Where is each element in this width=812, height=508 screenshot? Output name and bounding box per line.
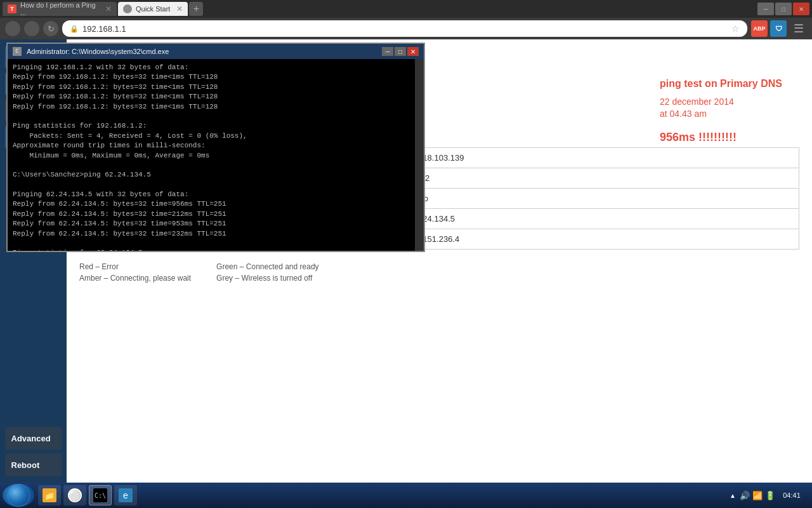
cmd-title-text: Administrator: C:\Windows\system32\cmd.e… <box>27 48 377 55</box>
legend-green: Green – Connected and ready <box>216 262 318 271</box>
secondary-dns-value: 78.151.236.4 <box>403 229 799 250</box>
cmd-line: Reply from 192.168.1.2: bytes=32 time<1m… <box>13 72 419 82</box>
reload-button[interactable]: ↻ <box>43 21 58 36</box>
taskbar-right: ▲ 🔊 📶 🔋 04:41 <box>730 491 809 500</box>
tab-2[interactable]: Quick Start ✕ <box>118 2 188 16</box>
minimize-button[interactable]: ─ <box>757 3 774 15</box>
maximize-button[interactable]: □ <box>775 3 792 15</box>
cmd-line: Ping statistics for 192.168.1.2: <box>13 121 419 131</box>
battery-tray-icon: 🔋 <box>765 491 775 500</box>
window-controls: ─ □ ✕ <box>757 3 809 15</box>
cmd-line: C:\Users\Sanchez>ping 62.24.134.5 <box>13 170 419 180</box>
tab1-close[interactable]: ✕ <box>105 4 112 13</box>
bookmark-star-icon[interactable]: ☆ <box>731 23 740 34</box>
sidebar-reboot-label: Reboot <box>11 460 40 470</box>
add-tab-button[interactable]: + <box>189 2 203 16</box>
cmd-scrollbar[interactable] <box>415 59 424 251</box>
annotation-date: 22 december 2014 at 04.43 am <box>660 96 799 121</box>
annotation-title: ping test on Primary DNS <box>660 77 799 91</box>
mtu-value: 1432 <box>403 168 799 189</box>
taskbar-cmd[interactable]: C:\ <box>89 485 112 505</box>
cmd-line: Reply from 192.168.1.2: bytes=32 time<1m… <box>13 83 419 92</box>
back-button[interactable]: ← <box>5 21 20 36</box>
abp-extension-button[interactable]: ABP <box>751 20 768 37</box>
cmd-line: Pinging 62.24.134.5 with 32 bytes of dat… <box>13 190 419 199</box>
volume-tray-icon: 📶 <box>752 491 763 500</box>
legend-col2: Green – Connected and ready Grey – Wirel… <box>216 262 318 283</box>
close-button[interactable]: ✕ <box>793 3 809 15</box>
cmd-line: Reply from 62.24.134.5: bytes=32 time=23… <box>13 229 419 239</box>
cmd-controls: ─ □ ✕ <box>382 47 419 56</box>
tab1-label: How do I perform a Ping ... <box>20 2 99 16</box>
legend-amber: Amber – Connecting, please wait <box>79 274 191 283</box>
taskbar: 📁 ⚪ C:\ e ▲ 🔊 📶 🔋 04:41 <box>0 483 812 508</box>
cmd-line: Reply from 62.24.134.5: bytes=32 time=95… <box>13 199 419 209</box>
cmd-line: Pinging 192.168.1.2 with 32 bytes of dat… <box>13 63 419 72</box>
sidebar-advanced-label: Advanced <box>11 434 51 443</box>
forward-button[interactable]: → <box>24 21 39 36</box>
tab2-favicon <box>123 4 132 13</box>
url-text: 192.168.1.1 <box>82 24 126 34</box>
cmd-line: Reply from 192.168.1.2: bytes=32 time<1m… <box>13 92 419 102</box>
annotation-ms: 956ms !!!!!!!!!! <box>660 131 799 144</box>
legend-grey: Grey – Wireless is turned off <box>216 274 318 283</box>
cmd-line: Reply from 192.168.1.2: bytes=32 time<1m… <box>13 102 419 112</box>
system-clock[interactable]: 04:41 <box>779 491 804 499</box>
legend-red: Red – Error <box>79 262 191 271</box>
browser-extensions: ABP 🛡 <box>751 20 787 37</box>
cmd-line <box>13 112 419 121</box>
annotation-date-line2: at 04.43 am <box>660 109 707 119</box>
legend: Red – Error Amber – Connecting, please w… <box>79 262 799 283</box>
cmd-maximize[interactable]: □ <box>395 47 406 56</box>
network-tray-icon: 🔊 <box>740 491 750 500</box>
main-area: Conn... Wire... Sum... Diag... Advanced … <box>0 39 812 483</box>
browser-menu-button[interactable]: ☰ <box>790 20 807 37</box>
ip-wan-value: 92.18.103.139 <box>403 148 799 168</box>
annotation-date-line1: 22 december 2014 <box>660 97 734 107</box>
cmd-minimize[interactable]: ─ <box>382 47 393 56</box>
taskbar-chrome[interactable]: ⚪ <box>63 485 86 505</box>
legend-col1: Red – Error Amber – Connecting, please w… <box>79 262 191 283</box>
cmd-line: Reply from 62.24.134.5: bytes=32 time=95… <box>13 219 419 229</box>
taskbar-folder[interactable]: 📁 <box>38 485 61 505</box>
start-orb-icon <box>7 484 30 507</box>
annotation-area: ping test on Primary DNS 22 december 201… <box>660 77 799 144</box>
taskbar-ie[interactable]: e <box>114 485 137 505</box>
ie-icon: e <box>119 488 133 502</box>
cmd-close[interactable]: ✕ <box>407 47 419 56</box>
cmd-taskbar-icon: C:\ <box>93 488 107 502</box>
cmd-line <box>13 161 419 170</box>
cmd-window[interactable]: C Administrator: C:\Windows\system32\cmd… <box>6 43 425 252</box>
tray-icons: 🔊 📶 🔋 <box>740 491 775 500</box>
cmd-icon: C <box>13 47 22 56</box>
tab-1[interactable]: T How do I perform a Ping ... ✕ <box>3 2 117 16</box>
cmd-body: Pinging 192.168.1.2 with 32 bytes of dat… <box>8 59 424 251</box>
chrome-icon: ⚪ <box>68 488 82 502</box>
cmd-line: Reply from 62.24.134.5: bytes=32 time=21… <box>13 210 419 219</box>
lock-icon: 🔒 <box>70 25 79 33</box>
cmd-line: Approximate round trip times in milli-se… <box>13 141 419 150</box>
shield-extension-button[interactable]: 🛡 <box>770 20 787 37</box>
tray-expand-button[interactable]: ▲ <box>730 492 736 499</box>
folder-icon: 📁 <box>43 488 56 502</box>
address-bar[interactable]: 🔒 192.168.1.1 ☆ <box>62 20 747 37</box>
tab2-label: Quick Start <box>136 5 170 13</box>
sidebar-item-reboot[interactable]: Reboot <box>5 453 62 476</box>
cmd-titlebar: C Administrator: C:\Windows\system32\cmd… <box>8 44 424 59</box>
cmd-line: Minimum = 0ms, Maximum = 0ms, Average = … <box>13 151 419 161</box>
title-bar: T How do I perform a Ping ... ✕ Quick St… <box>0 0 812 18</box>
browser-chrome: T How do I perform a Ping ... ✕ Quick St… <box>0 0 812 39</box>
cmd-line: Ping statistics for 62.24.134.5: <box>13 248 419 251</box>
primary-dns-value: 62.24.134.5 <box>403 209 799 229</box>
address-bar-row: ← → ↻ 🔒 192.168.1.1 ☆ ABP 🛡 ☰ <box>0 18 812 39</box>
cmd-line <box>13 239 419 248</box>
cmd-line <box>13 180 419 190</box>
start-button[interactable] <box>3 484 34 507</box>
cmd-line: Packets: Sent = 4, Received = 4, Lost = … <box>13 131 419 141</box>
dns-assign-value: Auto <box>403 189 799 209</box>
tab1-favicon: T <box>8 4 16 13</box>
tab2-close[interactable]: ✕ <box>176 4 183 13</box>
sidebar-item-advanced[interactable]: Advanced <box>5 427 62 450</box>
